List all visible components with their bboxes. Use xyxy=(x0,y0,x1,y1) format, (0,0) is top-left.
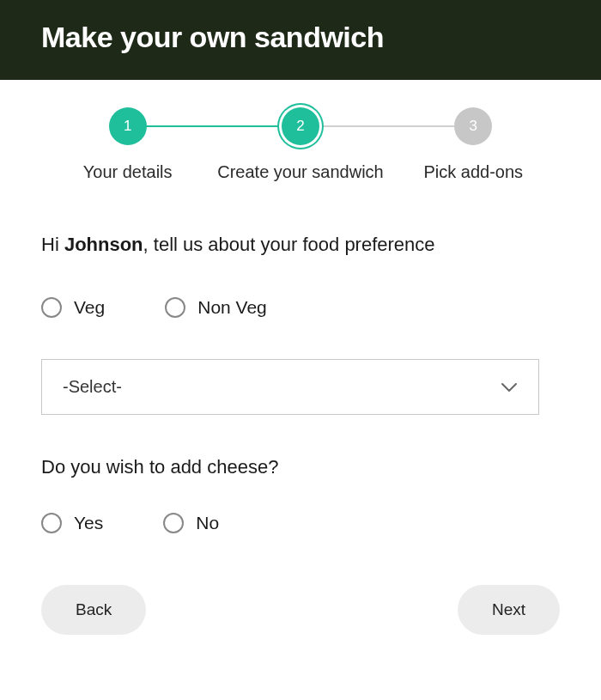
step-number: 2 xyxy=(282,107,319,145)
cheese-question: Do you wish to add cheese? xyxy=(41,456,560,478)
select-value: -Select- xyxy=(63,377,122,397)
radio-label: Veg xyxy=(74,297,105,318)
step-create-sandwich[interactable]: 2 Create your sandwich xyxy=(214,107,386,182)
step-label: Pick add-ons xyxy=(424,162,524,182)
radio-icon xyxy=(165,297,185,318)
radio-label: Yes xyxy=(74,513,103,533)
chevron-down-icon xyxy=(501,379,518,396)
next-button[interactable]: Next xyxy=(458,585,560,635)
user-name: Johnson xyxy=(64,234,143,255)
radio-cheese-yes[interactable]: Yes xyxy=(41,513,103,533)
food-preference-group: Veg Non Veg xyxy=(41,297,560,318)
back-button[interactable]: Back xyxy=(41,585,146,635)
select-dropdown[interactable]: -Select- xyxy=(41,359,539,415)
radio-cheese-no[interactable]: No xyxy=(163,513,219,533)
step-your-details[interactable]: 1 Your details xyxy=(41,107,214,182)
radio-icon xyxy=(163,513,184,533)
greeting-text: Hi Johnson, tell us about your food pref… xyxy=(41,234,560,256)
radio-label: Non Veg xyxy=(197,297,267,318)
step-number: 3 xyxy=(454,107,492,145)
radio-icon xyxy=(41,513,62,533)
radio-icon xyxy=(41,297,62,318)
step-number: 1 xyxy=(109,107,147,145)
step-pick-addons[interactable]: 3 Pick add-ons xyxy=(387,107,560,182)
page-content: 1 Your details 2 Create your sandwich 3 … xyxy=(0,80,601,662)
cheese-group: Yes No xyxy=(41,513,560,533)
step-label: Create your sandwich xyxy=(217,162,383,182)
radio-nonveg[interactable]: Non Veg xyxy=(165,297,267,318)
page-title: Make your own sandwich xyxy=(41,21,560,54)
page-header: Make your own sandwich xyxy=(0,0,601,80)
step-label: Your details xyxy=(83,162,173,182)
radio-label: No xyxy=(196,513,219,533)
stepper: 1 Your details 2 Create your sandwich 3 … xyxy=(41,107,560,182)
footer-actions: Back Next xyxy=(41,585,560,635)
radio-veg[interactable]: Veg xyxy=(41,297,105,318)
